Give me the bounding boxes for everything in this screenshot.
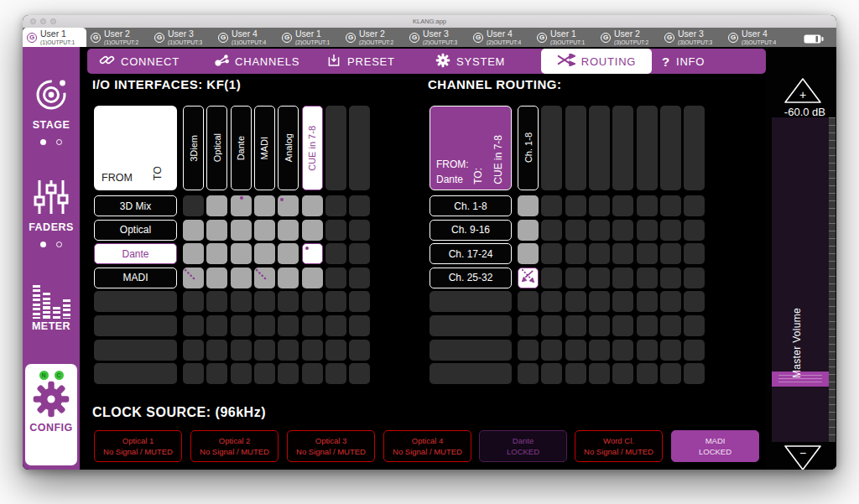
- volume-up-button[interactable]: +: [784, 77, 822, 107]
- io-matrix-column-header[interactable]: 3Diem: [183, 106, 204, 190]
- io-matrix-column-header[interactable]: Optical: [206, 106, 227, 190]
- user-tab[interactable]: GUser 4(1)OUTPUT:4: [214, 28, 278, 47]
- volume-down-button[interactable]: −: [784, 444, 822, 470]
- channel-matrix-cell[interactable]: [612, 363, 633, 384]
- channel-matrix-column-header[interactable]: [684, 106, 705, 190]
- io-matrix-cell[interactable]: [325, 340, 346, 361]
- io-matrix-cell[interactable]: [302, 243, 323, 264]
- channel-matrix-cell[interactable]: [565, 243, 586, 264]
- io-matrix-cell[interactable]: [206, 315, 227, 336]
- io-matrix-cell[interactable]: [278, 268, 299, 288]
- io-matrix-cell[interactable]: [183, 363, 204, 384]
- page-dots[interactable]: [23, 242, 80, 247]
- channel-matrix-cell[interactable]: [518, 363, 539, 384]
- channel-matrix-cell[interactable]: [565, 340, 586, 361]
- channel-matrix-cell[interactable]: [589, 268, 610, 288]
- user-tab[interactable]: GUser 4(3)OUTPUT:4: [724, 28, 788, 47]
- channel-matrix-cell[interactable]: [660, 340, 681, 361]
- channel-matrix-row-header[interactable]: [430, 363, 512, 384]
- io-matrix-cell[interactable]: [183, 268, 204, 288]
- channel-matrix-column-header[interactable]: [541, 106, 562, 190]
- channel-matrix-cell[interactable]: [637, 243, 658, 264]
- io-matrix-cell[interactable]: [302, 195, 323, 216]
- user-tab[interactable]: GUser 3(2)OUTPUT:3: [405, 28, 469, 47]
- io-matrix-cell[interactable]: [206, 243, 227, 264]
- io-matrix-cell[interactable]: [349, 243, 370, 264]
- clock-source-button[interactable]: Optical 3No Signal / MUTED: [287, 430, 375, 462]
- io-matrix-cell[interactable]: [325, 243, 346, 264]
- io-matrix-column-header[interactable]: Analog: [278, 106, 299, 190]
- io-matrix-cell[interactable]: [278, 195, 299, 216]
- io-matrix-column-header[interactable]: [349, 106, 370, 190]
- channel-matrix-cell[interactable]: [684, 243, 705, 264]
- user-tab[interactable]: GUser 3(1)OUTPUT:3: [150, 28, 214, 47]
- channel-matrix-cell[interactable]: [660, 291, 681, 312]
- io-matrix-cell[interactable]: [231, 268, 252, 288]
- channel-matrix-row-header[interactable]: [430, 340, 512, 361]
- channel-matrix-cell[interactable]: [660, 220, 681, 241]
- clock-source-button[interactable]: DanteLOCKED: [479, 430, 567, 462]
- channel-matrix-column-header[interactable]: [565, 106, 586, 190]
- channel-matrix-cell[interactable]: [589, 220, 610, 241]
- channel-matrix-cell[interactable]: [565, 195, 586, 216]
- channel-matrix-cell[interactable]: [541, 315, 562, 336]
- user-tab[interactable]: GUser 1(1)OUTPUT:1: [23, 28, 86, 47]
- io-matrix-cell[interactable]: [325, 363, 346, 384]
- channel-matrix-cell[interactable]: [565, 315, 586, 336]
- io-matrix-cell[interactable]: [254, 315, 275, 336]
- io-matrix-cell[interactable]: [325, 291, 346, 312]
- io-matrix-cell[interactable]: [302, 340, 323, 361]
- channel-matrix-cell[interactable]: [612, 243, 633, 264]
- io-matrix-cell[interactable]: [206, 220, 227, 241]
- channel-matrix-cell[interactable]: [684, 315, 705, 336]
- io-matrix-row-header[interactable]: [94, 363, 177, 384]
- io-matrix-column-header[interactable]: MADI: [254, 106, 275, 190]
- channel-matrix-column-header[interactable]: [637, 106, 658, 190]
- channel-matrix-cell[interactable]: [684, 363, 705, 384]
- io-matrix-cell[interactable]: [206, 340, 227, 361]
- io-matrix-cell[interactable]: [278, 340, 299, 361]
- io-matrix-cell[interactable]: [231, 340, 252, 361]
- channel-matrix-cell[interactable]: [637, 340, 658, 361]
- io-matrix-cell[interactable]: [183, 315, 204, 336]
- io-matrix-column-header[interactable]: [325, 106, 346, 190]
- channel-matrix-column-header[interactable]: [589, 106, 610, 190]
- io-matrix-cell[interactable]: [278, 315, 299, 336]
- user-tab[interactable]: GUser 1(3)OUTPUT:1: [533, 28, 596, 47]
- io-matrix-row-header[interactable]: [94, 291, 177, 312]
- channel-matrix-cell[interactable]: [637, 195, 658, 216]
- io-matrix-row-header[interactable]: [94, 340, 177, 361]
- io-matrix-cell[interactable]: [206, 363, 227, 384]
- io-matrix-cell[interactable]: [278, 243, 299, 264]
- channel-matrix-cell[interactable]: [565, 291, 586, 312]
- io-matrix-cell[interactable]: [254, 195, 275, 216]
- channel-matrix-cell[interactable]: [518, 340, 539, 361]
- io-matrix-column-header[interactable]: Dante: [231, 106, 252, 190]
- nav-tab-info[interactable]: ?INFO: [662, 49, 705, 74]
- channel-matrix-cell[interactable]: [612, 340, 633, 361]
- channel-matrix-cell[interactable]: [684, 195, 705, 216]
- io-matrix-cell[interactable]: [278, 220, 299, 241]
- channel-matrix-cell[interactable]: [541, 243, 562, 264]
- io-matrix-cell[interactable]: [349, 268, 370, 288]
- nav-tab-channels[interactable]: CHANNELS: [213, 49, 299, 74]
- channel-matrix-cell[interactable]: [660, 363, 681, 384]
- nav-tab-preset[interactable]: PRESET: [326, 49, 395, 74]
- user-tab[interactable]: GUser 3(3)OUTPUT:3: [660, 28, 724, 47]
- clock-source-button[interactable]: Optical 2No Signal / MUTED: [190, 430, 279, 462]
- sidebar-item-meter[interactable]: METER: [23, 280, 80, 332]
- channel-matrix-cell[interactable]: [589, 195, 610, 216]
- io-matrix-cell[interactable]: [349, 195, 370, 216]
- io-matrix-cell[interactable]: [278, 291, 299, 312]
- channel-matrix-cell[interactable]: [660, 268, 681, 288]
- channel-matrix-cell[interactable]: [541, 268, 562, 288]
- nav-tab-connect[interactable]: CONNECT: [99, 49, 180, 74]
- io-matrix-cell[interactable]: [349, 220, 370, 241]
- clock-source-button[interactable]: Word Cl.No Signal / MUTED: [575, 430, 663, 462]
- channel-matrix-cell[interactable]: [637, 363, 658, 384]
- io-matrix-cell[interactable]: [231, 220, 252, 241]
- channel-matrix-cell[interactable]: [565, 363, 586, 384]
- io-matrix-cell[interactable]: [183, 291, 204, 312]
- nav-tab-system[interactable]: SYSTEM: [435, 49, 505, 74]
- clock-source-button[interactable]: MADILOCKED: [671, 430, 759, 462]
